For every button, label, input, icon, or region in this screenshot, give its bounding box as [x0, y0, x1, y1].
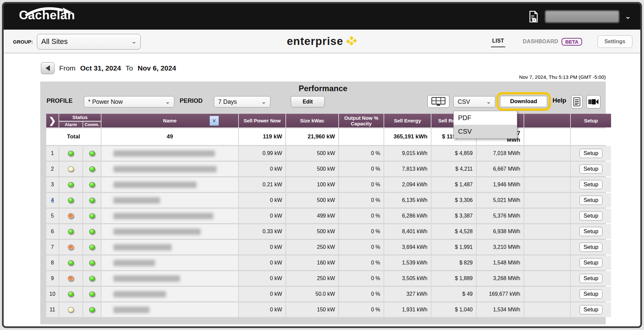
total-sell-power: 119 kW	[239, 128, 285, 145]
name-header[interactable]: Name ˅	[101, 114, 238, 127]
alarm-status-dot-green[interactable]	[68, 182, 74, 187]
alarm-status-dot-orange[interactable]	[68, 213, 74, 219]
comm-status-dot-green[interactable]	[89, 166, 95, 172]
setup-button[interactable]: Setup	[579, 274, 602, 283]
alarm-status-dot-orange[interactable]	[68, 276, 74, 281]
setup-button[interactable]: Setup	[579, 305, 602, 314]
site-name-redacted[interactable]	[101, 240, 238, 254]
output-capacity-cell: 0 %	[339, 193, 384, 208]
site-name-redacted[interactable]	[101, 146, 238, 161]
format-option-csv[interactable]: CSV	[454, 125, 517, 138]
tab-list[interactable]: LIST	[491, 36, 506, 47]
redacted-name-blur	[113, 229, 201, 235]
site-name-redacted[interactable]	[101, 162, 238, 176]
site-name-redacted[interactable]	[101, 224, 238, 239]
to-label: To	[126, 64, 133, 72]
document-info-icon[interactable]: i	[528, 10, 539, 23]
comm-status-cell	[83, 146, 101, 161]
site-name-redacted[interactable]	[101, 209, 238, 223]
alarm-status-dot-green[interactable]	[68, 229, 74, 234]
comm-status-dot-green[interactable]	[89, 182, 95, 187]
setup-button[interactable]: Setup	[579, 180, 602, 189]
group-select[interactable]: All Sites ⌄	[37, 34, 141, 50]
group-selector: GROUP: All Sites ⌄	[13, 30, 141, 54]
tab-dashboard[interactable]: DASHBOARD	[523, 39, 558, 45]
current-timestamp: Nov 7, 2024, Thu 5:13 PM (GMT -5:00)	[519, 74, 606, 80]
comm-status-dot-green[interactable]	[89, 260, 95, 265]
status-header: Status	[59, 114, 101, 121]
setup-button[interactable]: Setup	[579, 227, 602, 236]
settings-button[interactable]: Settings	[597, 35, 632, 48]
row-number: 9	[46, 271, 59, 286]
site-name-redacted[interactable]	[101, 271, 238, 286]
table-row: 30.21 kW100 kW0 %2,094 kWh$ 1,4871,946 M…	[46, 177, 611, 192]
lifetime-cell: 6,667 MWh	[477, 162, 524, 176]
setup-button[interactable]: Setup	[579, 211, 602, 221]
alarm-status-dot-yellow[interactable]	[68, 166, 74, 172]
total-sell-energy: 365,191 kWh	[384, 128, 431, 145]
sell-energy-header[interactable]: Sell Energy	[384, 114, 431, 127]
alarm-status-dot-green[interactable]	[68, 291, 74, 297]
table-view-icon[interactable]	[427, 95, 449, 108]
output-now-header[interactable]: Output Now % Capacity	[339, 114, 384, 127]
lifetime-cell: 5,021 MWh	[477, 193, 524, 208]
comm-status-dot-green[interactable]	[89, 276, 95, 281]
sell-power-now-header[interactable]: Sell Power Now	[239, 114, 285, 127]
alarm-status-dot-green[interactable]	[68, 260, 74, 265]
account-chevron-down-icon[interactable]: ⌄	[625, 14, 631, 20]
row-number-link[interactable]: 4	[46, 193, 59, 208]
comm-status-dot-green[interactable]	[89, 198, 95, 203]
size-kwac-header[interactable]: Size kWac	[286, 114, 338, 127]
help-document-icon[interactable]	[571, 95, 582, 108]
format-select[interactable]: CSV ⌄	[453, 96, 495, 107]
comm-status-dot-green[interactable]	[89, 307, 95, 312]
period-select[interactable]: 7 Days ⌄	[214, 96, 270, 107]
site-name-redacted[interactable]	[101, 302, 238, 317]
blank-cell	[524, 209, 570, 223]
setup-button[interactable]: Setup	[579, 164, 602, 174]
alarm-status-dot-orange[interactable]	[68, 245, 74, 250]
comm-subheader[interactable]: Comm.	[83, 122, 101, 127]
name-sort-dropdown-icon[interactable]: ˅	[210, 116, 219, 126]
comm-status-cell	[83, 302, 101, 317]
table-row: 20 kW500 kW0 %7,813 kWh$ 4,2116,667 MWhS…	[46, 162, 611, 176]
blank-cell	[524, 287, 570, 301]
setup-button[interactable]: Setup	[579, 149, 602, 158]
comm-status-dot-green[interactable]	[89, 291, 95, 297]
to-date[interactable]: Nov 6, 2024	[138, 64, 176, 72]
format-option-pdf[interactable]: PDF	[454, 111, 517, 125]
account-name-redacted[interactable]	[545, 11, 619, 23]
comm-status-dot-green[interactable]	[89, 245, 95, 250]
redacted-name-blur	[113, 166, 217, 172]
site-name-redacted[interactable]	[101, 287, 238, 301]
blank-cell	[524, 162, 570, 176]
setup-cell: Setup	[571, 193, 611, 208]
comm-status-dot-green[interactable]	[89, 229, 95, 234]
blank-cell	[524, 255, 570, 270]
alarm-status-dot-green[interactable]	[68, 151, 74, 156]
site-name-redacted[interactable]	[101, 255, 238, 270]
table-row: 100 kW50.0 kW0 %327 kWh$ 49169,677 kWhSe…	[46, 287, 611, 301]
previous-period-button[interactable]	[41, 62, 55, 74]
setup-button[interactable]: Setup	[579, 258, 602, 267]
alarm-status-dot-yellow[interactable]	[68, 307, 74, 312]
chevron-right-icon: ❯	[49, 116, 56, 126]
cachelan-logo: Cachelan	[19, 8, 75, 22]
comm-status-dot-green[interactable]	[89, 213, 95, 219]
from-date[interactable]: Oct 31, 2024	[80, 64, 121, 72]
profile-select[interactable]: * Power Now ⌄	[84, 96, 174, 107]
expand-column-header[interactable]: ❯	[46, 114, 59, 127]
setup-button[interactable]: Setup	[579, 289, 602, 299]
site-name-redacted[interactable]	[101, 177, 238, 192]
alarm-subheader[interactable]: Alarm	[59, 122, 82, 127]
comm-status-dot-green[interactable]	[89, 151, 95, 156]
sell-energy-cell: 1,931 kWh	[384, 302, 431, 317]
edit-button[interactable]: Edit	[291, 96, 325, 107]
site-name-redacted[interactable]	[101, 193, 238, 208]
help-video-icon[interactable]	[586, 95, 600, 108]
download-button[interactable]: Download	[500, 96, 547, 107]
alarm-status-dot-green[interactable]	[68, 198, 74, 203]
setup-button[interactable]: Setup	[579, 243, 602, 252]
output-capacity-cell: 0 %	[339, 240, 384, 254]
setup-button[interactable]: Setup	[579, 196, 602, 205]
